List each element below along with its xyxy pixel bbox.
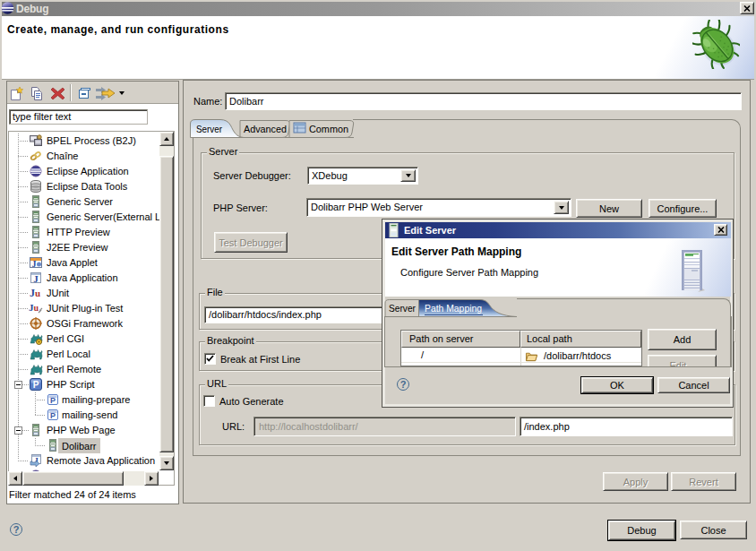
svg-text:Common: Common <box>309 124 348 134</box>
svg-text:Server: Server <box>389 303 416 314</box>
svg-text:Advanced: Advanced <box>244 124 287 134</box>
svg-text:Path Mapping: Path Mapping <box>425 303 482 314</box>
svg-text:Server: Server <box>196 124 222 134</box>
